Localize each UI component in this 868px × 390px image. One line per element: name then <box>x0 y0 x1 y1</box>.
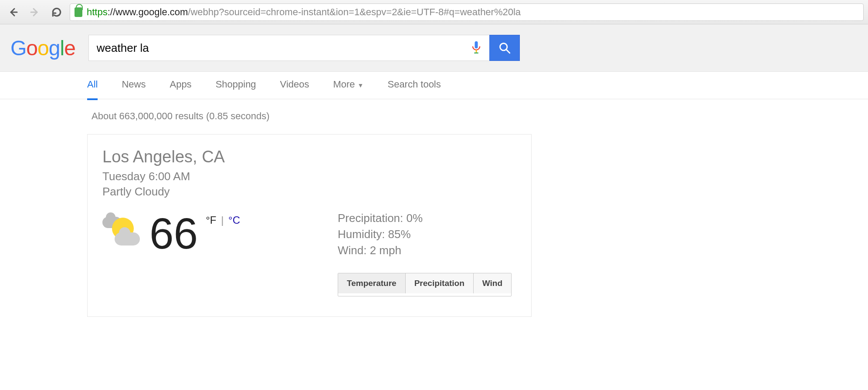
wind-value: 2 mph <box>370 244 401 257</box>
partly-cloudy-icon <box>102 215 142 250</box>
tab-more[interactable]: More▼ <box>333 79 363 92</box>
humidity-row: Humidity: 85% <box>338 228 516 241</box>
wind-label: Wind: <box>338 244 370 257</box>
tab-search-tools[interactable]: Search tools <box>387 79 441 92</box>
weather-condition: Partly Cloudy <box>102 185 516 198</box>
weather-card: Los Angeles, CA Tuesday 6:00 AM Partly C… <box>87 134 532 317</box>
back-button[interactable] <box>4 3 22 21</box>
result-stats: About 663,000,000 results (0.85 seconds) <box>92 99 868 134</box>
tab-more-label: More <box>333 79 355 90</box>
lock-icon <box>75 7 82 17</box>
precipitation-row: Precipitation: 0% <box>338 212 516 225</box>
search-tabs: All News Apps Shopping Videos More▼ Sear… <box>87 72 868 99</box>
url-path: /webhp?sourceid=chrome-instant&ion=1&esp… <box>188 7 521 18</box>
precipitation-value: 0% <box>407 212 423 225</box>
precipitation-label: Precipitation: <box>338 212 407 225</box>
tab-all[interactable]: All <box>87 79 98 92</box>
google-header: Google <box>0 24 868 72</box>
tab-apps[interactable]: Apps <box>170 79 191 92</box>
voice-search-button[interactable] <box>463 35 489 61</box>
unit-separator: | <box>218 214 227 226</box>
chevron-down-icon: ▼ <box>358 82 364 89</box>
svg-line-4 <box>506 50 509 53</box>
search-form <box>88 35 520 61</box>
search-icon <box>498 42 511 54</box>
tab-videos[interactable]: Videos <box>280 79 309 92</box>
svg-rect-0 <box>475 41 478 48</box>
tab-news[interactable]: News <box>122 79 146 92</box>
search-tabs-bar: All News Apps Shopping Videos More▼ Sear… <box>0 72 868 99</box>
humidity-value: 85% <box>388 228 411 241</box>
humidity-label: Humidity: <box>338 228 388 241</box>
unit-celsius[interactable]: °C <box>228 214 240 226</box>
search-input[interactable] <box>88 35 463 61</box>
weather-location: Los Angeles, CA <box>102 148 516 166</box>
chart-btn-temperature[interactable]: Temperature <box>338 273 406 293</box>
microphone-icon <box>470 40 482 56</box>
tab-shopping[interactable]: Shopping <box>216 79 256 92</box>
google-logo[interactable]: Google <box>10 36 75 60</box>
search-button[interactable] <box>489 35 520 61</box>
forward-button[interactable] <box>26 3 44 21</box>
weather-timestamp: Tuesday 6:00 AM <box>102 170 516 183</box>
temperature-value: 66 <box>149 212 198 255</box>
wind-row: Wind: 2 mph <box>338 244 516 257</box>
temperature-units: °F | °C <box>206 214 240 226</box>
chart-mode-buttons: Temperature Precipitation Wind <box>338 273 512 296</box>
url-scheme: https <box>87 7 108 18</box>
browser-toolbar: https://www.google.com/webhp?sourceid=ch… <box>0 0 868 24</box>
address-bar[interactable]: https://www.google.com/webhp?sourceid=ch… <box>70 3 864 21</box>
chart-btn-wind[interactable]: Wind <box>474 273 511 293</box>
unit-fahrenheit[interactable]: °F <box>206 214 216 226</box>
url-host: ://www.google.com <box>108 7 188 18</box>
chart-btn-precipitation[interactable]: Precipitation <box>406 273 474 293</box>
reload-button[interactable] <box>48 3 65 21</box>
weather-details: Precipitation: 0% Humidity: 85% Wind: 2 … <box>338 212 516 299</box>
